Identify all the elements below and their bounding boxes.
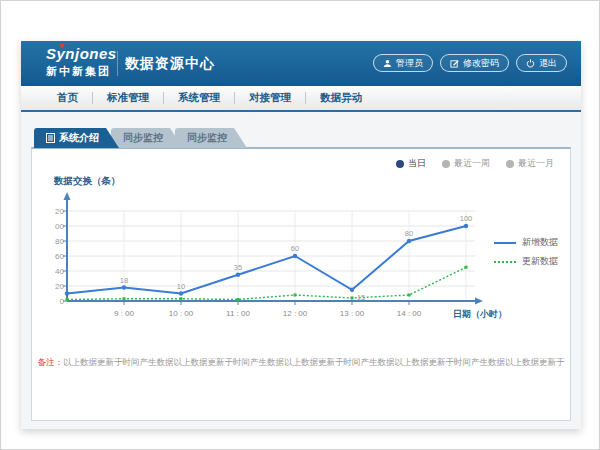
line-chart: 0204060801001209 : 0010 : 0011 : 0012 : … — [55, 189, 555, 331]
browser-viewport: Synjones 新中新集团 数据资源中心 管理员修改密码退出 首页标准管理系统… — [0, 0, 600, 450]
svg-text:10: 10 — [177, 282, 185, 291]
document-icon — [46, 133, 55, 143]
header-actions: 管理员修改密码退出 — [373, 54, 567, 72]
svg-text:9 : 00: 9 : 00 — [114, 309, 135, 318]
chart-legend: 新增数据更新数据 — [494, 233, 558, 271]
tab-bar: 系统介绍同步监控同步监控 — [34, 128, 239, 148]
chart-y-axis-title: 数据交换（条） — [54, 175, 121, 188]
svg-text:18: 18 — [120, 276, 128, 285]
radio-dot — [396, 160, 404, 168]
brand-logo-subtext: 新中新集团 — [46, 65, 117, 77]
brand-logo-text: Synjones — [46, 46, 117, 63]
svg-text:100: 100 — [460, 214, 473, 223]
user-icon — [383, 59, 392, 68]
svg-text:12 : 00: 12 : 00 — [283, 309, 308, 318]
main-nav: 首页标准管理系统管理对接管理数据异动 — [21, 86, 581, 112]
svg-text:14 : 00: 14 : 00 — [397, 309, 422, 318]
tab-2[interactable]: 同步监控 — [111, 128, 183, 148]
page-title: 数据资源中心 — [125, 55, 215, 73]
content-panel: 当日最近一周最近一月 数据交换（条） 0204060801001209 : 00… — [31, 147, 571, 421]
tab-1[interactable]: 系统介绍 — [34, 128, 119, 148]
header-button-2[interactable]: 修改密码 — [440, 54, 509, 72]
svg-text:60: 60 — [291, 244, 299, 253]
nav-item-2[interactable]: 标准管理 — [93, 91, 163, 105]
header-divider — [117, 51, 118, 76]
radio-dot — [442, 160, 450, 168]
svg-text:13 : 00: 13 : 00 — [340, 309, 365, 318]
radio-dot — [506, 160, 514, 168]
radio-option-3[interactable]: 最近一月 — [506, 157, 554, 170]
time-range-filter: 当日最近一周最近一月 — [396, 157, 554, 170]
svg-text:11 : 00: 11 : 00 — [226, 309, 250, 318]
logo-accent-mark — [59, 44, 65, 49]
legend-line-sample — [494, 242, 516, 244]
edit-icon — [450, 59, 459, 68]
tab-3[interactable]: 同步监控 — [175, 128, 247, 148]
page-card: Synjones 新中新集团 数据资源中心 管理员修改密码退出 首页标准管理系统… — [21, 41, 581, 429]
legend-line-sample — [494, 261, 516, 263]
nav-item-1[interactable]: 首页 — [43, 91, 92, 105]
nav-item-5[interactable]: 数据异动 — [306, 91, 376, 105]
legend-item-2[interactable]: 更新数据 — [494, 252, 558, 271]
svg-text:15: 15 — [357, 293, 365, 302]
footnote-prefix: 备注： — [38, 357, 64, 367]
app-header: Synjones 新中新集团 数据资源中心 管理员修改密码退出 — [21, 41, 581, 86]
header-button-1[interactable]: 管理员 — [373, 54, 433, 72]
svg-text:10 : 00: 10 : 00 — [169, 309, 194, 318]
radio-option-1[interactable]: 当日 — [396, 157, 426, 170]
radio-option-2[interactable]: 最近一周 — [442, 157, 490, 170]
svg-text:35: 35 — [234, 263, 242, 272]
svg-text:80: 80 — [405, 229, 413, 238]
footnote: 备注：以上数据更新于时间产生数据以上数据更新于时间产生数据以上数据更新于时间产生… — [32, 357, 570, 369]
nav-item-4[interactable]: 对接管理 — [235, 91, 305, 105]
header-button-3[interactable]: 退出 — [516, 54, 567, 72]
brand-logo: Synjones 新中新集团 — [46, 46, 117, 77]
nav-item-3[interactable]: 系统管理 — [164, 91, 234, 105]
power-icon — [526, 59, 535, 68]
footnote-text: 以上数据更新于时间产生数据以上数据更新于时间产生数据以上数据更新于时间产生数据以… — [63, 357, 565, 367]
legend-item-1[interactable]: 新增数据 — [494, 233, 558, 252]
svg-text:日期（小时）: 日期（小时） — [453, 309, 507, 319]
